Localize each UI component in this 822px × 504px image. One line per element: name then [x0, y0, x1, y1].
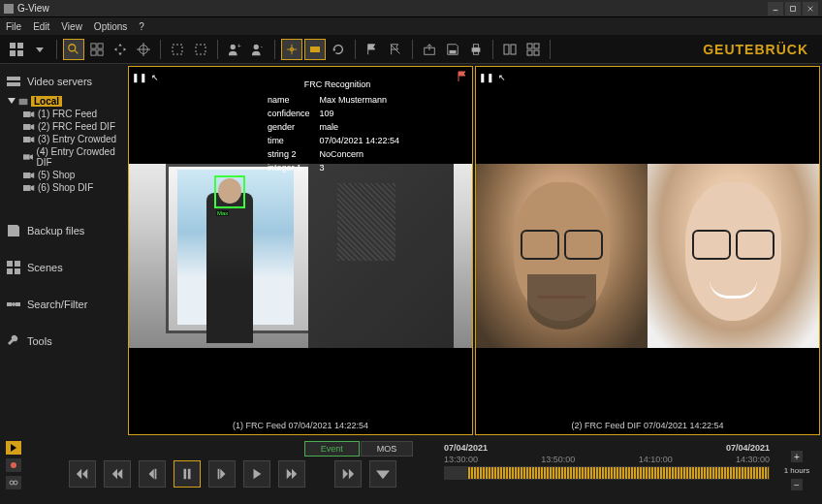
timeline-zoom-controls: + 1 hours −: [777, 439, 816, 502]
svg-marker-71: [117, 469, 122, 480]
svg-rect-62: [16, 302, 20, 306]
svg-marker-83: [376, 471, 390, 480]
timeline-span: 1 hours: [784, 466, 810, 475]
skip-forward-far-button[interactable]: [334, 460, 362, 488]
close-button[interactable]: [803, 2, 818, 16]
sidebar-label: Tools: [27, 335, 52, 347]
panel-flag-icon[interactable]: [457, 71, 468, 82]
panel-cursor-icon[interactable]: ↖: [495, 71, 509, 84]
timeline-bar[interactable]: [444, 466, 770, 480]
playback-controls: Event MOS: [29, 439, 436, 502]
layout-grid-icon[interactable]: [6, 39, 27, 60]
svg-rect-73: [155, 469, 157, 480]
dropdown-icon[interactable]: [29, 39, 50, 60]
mini-play-icon[interactable]: [6, 441, 21, 455]
svg-rect-47: [23, 124, 31, 130]
svg-rect-59: [7, 268, 13, 274]
zoom-in-button[interactable]: +: [791, 451, 803, 462]
svg-line-10: [75, 49, 79, 53]
svg-rect-75: [188, 469, 191, 480]
rect-icon[interactable]: [304, 39, 326, 60]
feed-label: (4) Entry Crowded DIF: [37, 146, 122, 168]
svg-rect-4: [10, 43, 16, 48]
sidebar-scenes[interactable]: Scenes: [4, 256, 122, 279]
save-icon[interactable]: [442, 39, 463, 60]
camera-icon: [23, 123, 35, 131]
tab-mos[interactable]: MOS: [361, 441, 414, 457]
svg-marker-50: [31, 137, 35, 142]
svg-marker-54: [31, 173, 35, 178]
rewind-button[interactable]: [104, 460, 131, 488]
svg-marker-82: [349, 469, 354, 480]
svg-marker-8: [36, 47, 44, 52]
svg-rect-5: [17, 43, 23, 48]
video-panel-left[interactable]: ❚❚ ↖ FRC Recognition nameMax Mustermann …: [128, 66, 473, 435]
feed-item[interactable]: (4) Entry Crowded DIF: [4, 145, 122, 169]
panel-pause-icon[interactable]: ❚❚: [133, 71, 146, 84]
skip-back-far-button[interactable]: [69, 460, 96, 488]
sidebar-tools[interactable]: Tools: [4, 330, 122, 353]
mini-marker-icon[interactable]: [6, 458, 21, 472]
sidebar-label: Search/Filter: [27, 299, 87, 310]
menu-options[interactable]: Options: [94, 21, 127, 32]
feed-item[interactable]: (1) FRC Feed: [4, 108, 122, 120]
svg-point-65: [11, 462, 16, 468]
brand-label: GEUTEBRÜCK: [703, 42, 816, 57]
person-add-icon[interactable]: +: [224, 39, 245, 60]
feed-item[interactable]: (2) FRC Feed DIF: [4, 120, 122, 133]
minimize-button[interactable]: [768, 2, 783, 16]
feed-item[interactable]: (5) Shop: [4, 169, 122, 181]
select2-icon[interactable]: [190, 39, 211, 60]
svg-marker-48: [31, 124, 35, 130]
menu-help[interactable]: ?: [139, 21, 144, 32]
split-h-icon[interactable]: [499, 39, 521, 60]
maximize-button[interactable]: [785, 2, 801, 16]
zoom-icon[interactable]: [63, 39, 84, 60]
step-forward-button[interactable]: [208, 460, 236, 488]
sidebar-video-servers[interactable]: Video servers: [4, 70, 122, 93]
main-area: Video servers Local (1) FRC Feed (2) FRC…: [0, 64, 822, 437]
step-back-button[interactable]: [139, 460, 166, 488]
svg-rect-57: [7, 261, 13, 267]
feed-item[interactable]: (6) Shop DIF: [4, 181, 122, 194]
sidebar-label: Scenes: [27, 262, 63, 273]
move-icon[interactable]: [110, 39, 131, 60]
print-icon[interactable]: [465, 39, 487, 60]
svg-marker-78: [254, 469, 262, 480]
flag-off-icon[interactable]: [385, 39, 406, 60]
target-icon[interactable]: [133, 39, 154, 60]
select1-icon[interactable]: [167, 39, 188, 60]
panel-pause-icon[interactable]: ❚❚: [480, 71, 493, 84]
refresh-icon[interactable]: [328, 39, 349, 60]
menu-file[interactable]: File: [6, 21, 21, 32]
flag-icon[interactable]: [362, 39, 383, 60]
play-button[interactable]: [243, 460, 270, 488]
tab-event[interactable]: Event: [304, 441, 360, 457]
split-q-icon[interactable]: [522, 39, 544, 60]
dropdown-playback-icon[interactable]: [369, 460, 396, 488]
feed-item[interactable]: (3) Entry Crowded: [4, 133, 122, 145]
person-remove-icon[interactable]: -: [247, 39, 269, 60]
menu-edit[interactable]: Edit: [33, 21, 49, 32]
sidebar-backup-files[interactable]: Backup files: [4, 219, 122, 242]
svg-marker-70: [112, 469, 117, 480]
panel-cursor-icon[interactable]: ↖: [148, 71, 162, 84]
window-controls: [768, 2, 818, 16]
export-icon[interactable]: [419, 39, 440, 60]
mini-link-icon[interactable]: [6, 476, 21, 489]
pause-button[interactable]: [174, 460, 201, 488]
grid-view-icon[interactable]: [86, 39, 108, 60]
sidebar-search-filter[interactable]: Search/Filter: [4, 293, 122, 316]
video-panel-right[interactable]: ❚❚ ↖ (2) FRC Feed DIF 07/04/2021 14:22:5…: [475, 66, 820, 435]
sidebar: Video servers Local (1) FRC Feed (2) FRC…: [0, 64, 126, 437]
tree-expander[interactable]: Local: [4, 95, 122, 108]
tree-local[interactable]: Local: [31, 96, 62, 107]
zoom-out-button[interactable]: −: [791, 479, 803, 490]
svg-rect-60: [15, 268, 20, 274]
crosshair-icon[interactable]: [281, 39, 302, 60]
svg-rect-1: [791, 6, 796, 11]
menu-view[interactable]: View: [61, 21, 82, 32]
fast-forward-button[interactable]: [278, 460, 305, 488]
panel-caption-right: (2) FRC Feed DIF 07/04/2021 14:22:54: [476, 421, 819, 430]
face-closeup-right: [648, 164, 819, 348]
